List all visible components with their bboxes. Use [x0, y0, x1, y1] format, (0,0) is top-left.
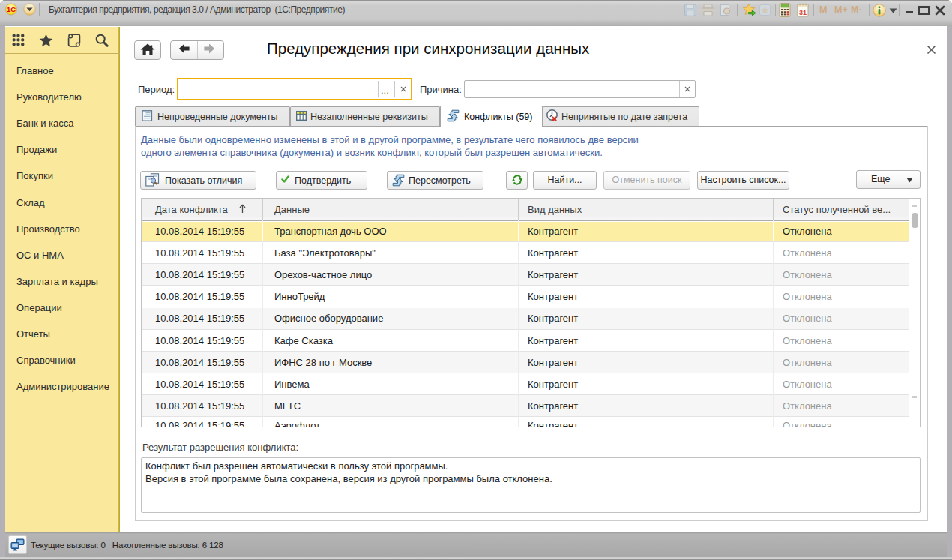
svg-text:1C: 1C	[7, 5, 16, 13]
svg-text:31: 31	[799, 9, 807, 16]
